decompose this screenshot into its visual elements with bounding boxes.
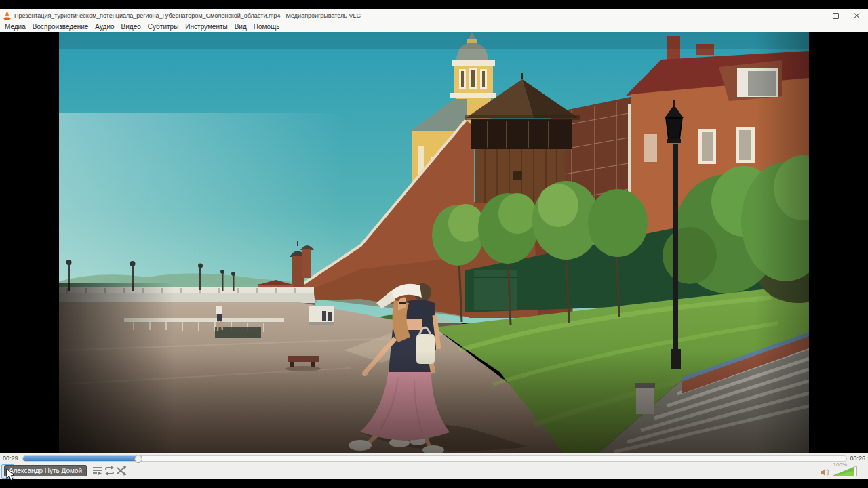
title-bar[interactable]: Презентация_туристическом_потенциала_рег… bbox=[0, 9, 868, 21]
speaker-icon bbox=[821, 467, 829, 479]
volume-slider[interactable] bbox=[832, 465, 858, 480]
menu-item-audio[interactable]: Аудио bbox=[92, 23, 117, 30]
elapsed-time: 00:29 bbox=[3, 455, 18, 462]
loop-icon bbox=[104, 466, 115, 476]
maximize-button[interactable] bbox=[831, 12, 840, 20]
tooltip: Александр Путь Домой bbox=[4, 465, 87, 476]
seek-progress bbox=[23, 456, 139, 461]
maximize-icon bbox=[833, 13, 839, 19]
minimize-icon bbox=[810, 16, 816, 17]
seek-handle[interactable] bbox=[134, 455, 142, 463]
menu-item-help[interactable]: Помощь bbox=[250, 23, 283, 30]
menu-item-subtitles[interactable]: Субтитры bbox=[144, 23, 182, 30]
video-frame[interactable] bbox=[59, 32, 809, 453]
menu-bar: Медиа Воспроизведение Аудио Видео Субтит… bbox=[0, 21, 868, 32]
playlist-button[interactable] bbox=[92, 466, 102, 476]
shuffle-icon bbox=[117, 466, 127, 476]
menu-item-view[interactable]: Вид bbox=[231, 23, 250, 30]
close-button[interactable] bbox=[853, 12, 861, 20]
mouse-cursor bbox=[6, 468, 16, 482]
control-bar: 00:29 03:26 Александр Путь Домой bbox=[0, 453, 868, 479]
vlc-cone-icon bbox=[3, 12, 11, 20]
menu-item-tools[interactable]: Инструменты bbox=[182, 23, 231, 30]
minimize-button[interactable] bbox=[810, 12, 818, 20]
playlist-icon bbox=[92, 466, 102, 476]
loop-button[interactable] bbox=[104, 466, 115, 476]
seek-bar[interactable] bbox=[22, 455, 847, 462]
menu-item-playback[interactable]: Воспроизведение bbox=[29, 23, 92, 30]
total-time: 03:26 bbox=[850, 455, 865, 462]
menu-item-video[interactable]: Видео bbox=[118, 23, 144, 30]
video-scene bbox=[59, 32, 809, 453]
random-button[interactable] bbox=[117, 466, 127, 476]
window-title: Презентация_туристическом_потенциала_рег… bbox=[14, 12, 361, 19]
screen: { "window": { "title": "Презентация_тури… bbox=[0, 0, 868, 488]
menu-item-media[interactable]: Медиа bbox=[1, 23, 29, 30]
